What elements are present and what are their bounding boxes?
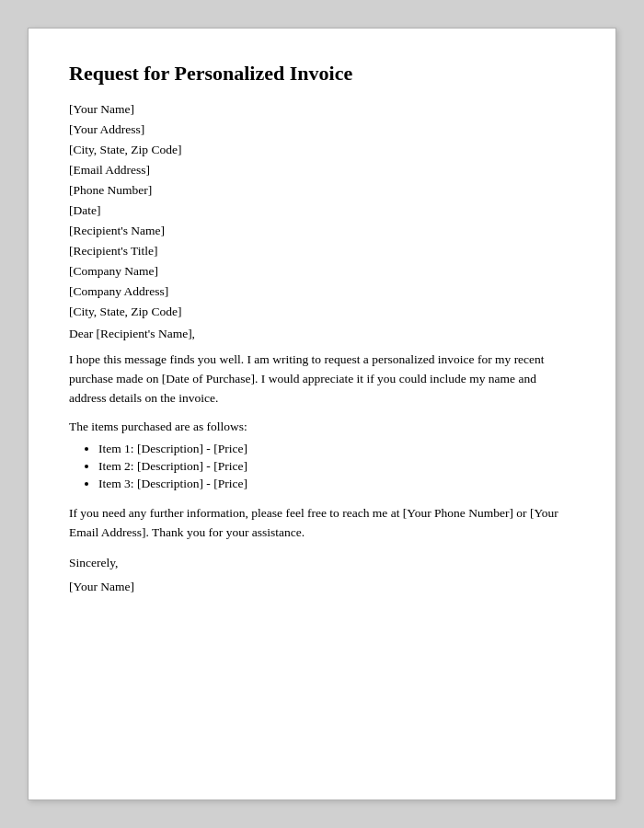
sender-phone: [Phone Number]: [69, 183, 575, 198]
recipient-title: [Recipient's Title]: [69, 244, 575, 259]
list-item: Item 2: [Description] - [Price]: [98, 459, 575, 474]
body-paragraph-2: If you need any further information, ple…: [69, 504, 575, 543]
list-item: Item 1: [Description] - [Price]: [98, 442, 575, 456]
sender-name: [Your Name]: [69, 102, 575, 117]
recipient-city-state-zip: [City, State, Zip Code]: [69, 305, 575, 319]
signature-name: [Your Name]: [69, 580, 575, 594]
recipient-block: [Recipient's Name] [Recipient's Title] […: [69, 224, 575, 319]
items-intro: The items purchased are as follows:: [69, 420, 575, 434]
sender-email: [Email Address]: [69, 163, 575, 178]
sender-city-state-zip: [City, State, Zip Code]: [69, 143, 575, 157]
document: Request for Personalized Invoice [Your N…: [28, 28, 616, 800]
recipient-company: [Company Name]: [69, 264, 575, 279]
sender-address: [Your Address]: [69, 122, 575, 137]
recipient-name: [Recipient's Name]: [69, 224, 575, 238]
items-list: Item 1: [Description] - [Price] Item 2: …: [69, 442, 575, 491]
body-paragraph-1: I hope this message finds you well. I am…: [69, 351, 575, 408]
sender-address-block: [Your Name] [Your Address] [City, State,…: [69, 102, 575, 218]
sender-date: [Date]: [69, 203, 575, 218]
salutation: Dear [Recipient's Name],: [69, 327, 575, 341]
list-item: Item 3: [Description] - [Price]: [98, 477, 575, 491]
closing-sincerely: Sincerely,: [69, 556, 575, 570]
recipient-company-address: [Company Address]: [69, 284, 575, 299]
document-title: Request for Personalized Invoice: [69, 62, 575, 86]
